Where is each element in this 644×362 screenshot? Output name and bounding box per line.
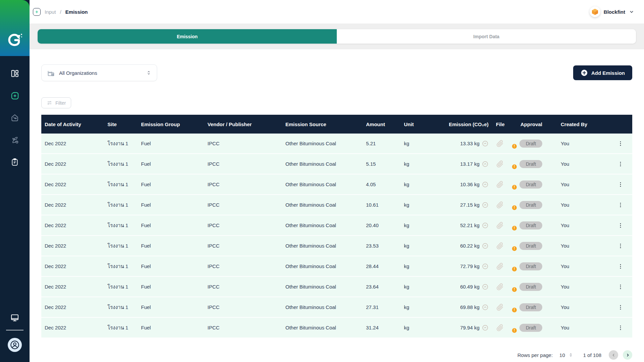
cell-site: โรงงาน 1 — [107, 262, 141, 270]
row-actions-menu[interactable] — [609, 202, 632, 208]
sidebar-item-input[interactable] — [10, 91, 19, 100]
chevron-down-icon — [629, 9, 635, 15]
organization-select[interactable]: All Organizations — [41, 64, 157, 81]
attachment-icon[interactable]: ! — [496, 303, 515, 311]
attachment-icon[interactable]: ! — [496, 180, 515, 189]
sidebar-item-report[interactable] — [10, 157, 19, 167]
cell-created-by: You — [555, 263, 609, 269]
filter-row: Filter — [41, 97, 632, 108]
emission-expand-icon[interactable] — [482, 202, 489, 208]
row-actions-menu[interactable] — [609, 222, 632, 228]
cell-file: ! — [495, 221, 515, 229]
filter-button[interactable]: Filter — [41, 97, 71, 108]
attachment-icon[interactable]: ! — [496, 160, 515, 168]
attachment-icon[interactable]: ! — [496, 262, 515, 270]
breadcrumb-item-input[interactable]: Input — [45, 9, 56, 15]
warning-badge-icon: ! — [512, 308, 517, 312]
previous-page-button[interactable] — [609, 350, 618, 360]
rows-per-page-value[interactable]: 10 — [559, 352, 565, 358]
emission-expand-icon[interactable] — [482, 181, 489, 188]
account-menu[interactable]: Blockfint — [590, 6, 635, 17]
row-actions-menu[interactable] — [609, 182, 632, 188]
tab-emission[interactable]: Emission — [38, 29, 337, 44]
row-actions-menu[interactable] — [609, 284, 632, 290]
cell-vendor: IPCC — [208, 202, 285, 208]
kebab-icon — [617, 222, 624, 228]
attachment-icon[interactable]: ! — [496, 140, 515, 148]
attachment-icon[interactable]: ! — [496, 201, 515, 209]
tab-import-data[interactable]: Import Data — [337, 29, 636, 44]
status-badge: Draft — [519, 303, 542, 311]
emission-expand-icon[interactable] — [482, 304, 489, 311]
cell-source: Other Bituminous Coal — [285, 243, 366, 249]
emission-expand-icon[interactable] — [482, 324, 489, 331]
cell-amount: 23.53 — [366, 243, 404, 249]
cell-group: Fuel — [141, 141, 208, 146]
status-badge: Draft — [519, 160, 542, 168]
sidebar-item-plant-energy[interactable] — [10, 135, 19, 145]
cell-unit: kg — [404, 222, 438, 228]
cell-emission: 69.88 kg — [438, 304, 495, 311]
sidebar-item-home-energy[interactable] — [10, 113, 19, 122]
dashboard-icon — [10, 69, 19, 78]
sidebar-divider — [6, 330, 24, 330]
toolbar: All Organizations Add Emission — [41, 64, 632, 81]
attachment-icon[interactable]: ! — [496, 283, 515, 291]
emission-expand-icon[interactable] — [482, 140, 489, 147]
kebab-icon — [617, 182, 624, 188]
user-avatar[interactable] — [8, 338, 22, 352]
cell-amount: 28.44 — [366, 263, 404, 269]
kebab-icon — [617, 325, 624, 331]
col-site: Site — [107, 121, 141, 127]
kebab-icon — [617, 263, 624, 269]
row-actions-menu[interactable] — [609, 263, 632, 269]
row-actions-menu[interactable] — [609, 304, 632, 310]
emission-expand-icon[interactable] — [482, 283, 489, 290]
breadcrumb-separator: / — [60, 9, 61, 15]
sidebar-item-dashboard[interactable] — [10, 69, 19, 78]
account-name: Blockfint — [604, 9, 625, 15]
org-logo — [590, 6, 600, 17]
status-badge: Draft — [519, 180, 542, 189]
cell-group: Fuel — [141, 222, 208, 228]
cell-unit: kg — [404, 284, 438, 290]
next-page-button[interactable] — [623, 350, 632, 360]
cell-site: โรงงาน 1 — [107, 324, 141, 332]
emission-value: 10.36 kg — [460, 182, 479, 187]
row-actions-menu[interactable] — [609, 325, 632, 331]
cell-amount: 31.24 — [366, 325, 404, 330]
cell-unit: kg — [404, 182, 438, 187]
row-actions-menu[interactable] — [609, 243, 632, 249]
cell-date: Dec 2022 — [41, 325, 107, 330]
row-actions-menu[interactable] — [609, 161, 632, 167]
cell-date: Dec 2022 — [41, 161, 107, 167]
cell-group: Fuel — [141, 243, 208, 249]
cell-source: Other Bituminous Coal — [285, 263, 366, 269]
sidebar-bottom — [6, 313, 24, 362]
add-emission-button[interactable]: Add Emission — [573, 65, 632, 80]
attachment-icon[interactable]: ! — [496, 221, 515, 229]
app-logo[interactable] — [0, 0, 30, 56]
rows-per-page-caret-icon[interactable] — [568, 353, 573, 357]
col-amount: Amount — [366, 121, 404, 127]
warning-badge-icon: ! — [512, 226, 517, 230]
emission-expand-icon[interactable] — [482, 243, 489, 249]
emission-value: 52.21 kg — [460, 222, 479, 228]
cell-emission: 79.94 kg — [438, 324, 495, 331]
add-emission-label: Add Emission — [591, 70, 625, 76]
attachment-icon[interactable]: ! — [496, 242, 515, 250]
attachment-icon[interactable]: ! — [496, 324, 515, 332]
sidebar-item-display[interactable] — [10, 313, 19, 322]
emission-expand-icon[interactable] — [482, 263, 489, 270]
emission-value: 60.22 kg — [460, 243, 479, 249]
col-emission: Emission (CO₂e) — [438, 121, 495, 127]
row-actions-menu[interactable] — [609, 141, 632, 147]
col-file: File — [495, 121, 515, 127]
table-body: Dec 2022 โรงงาน 1 Fuel IPCC Other Bitumi… — [41, 134, 632, 338]
cell-unit: kg — [404, 263, 438, 269]
status-badge: Draft — [519, 221, 542, 229]
cell-created-by: You — [555, 325, 609, 330]
emission-expand-icon[interactable] — [482, 161, 489, 167]
emission-expand-icon[interactable] — [482, 222, 489, 229]
cell-approval: Draft — [515, 160, 555, 168]
